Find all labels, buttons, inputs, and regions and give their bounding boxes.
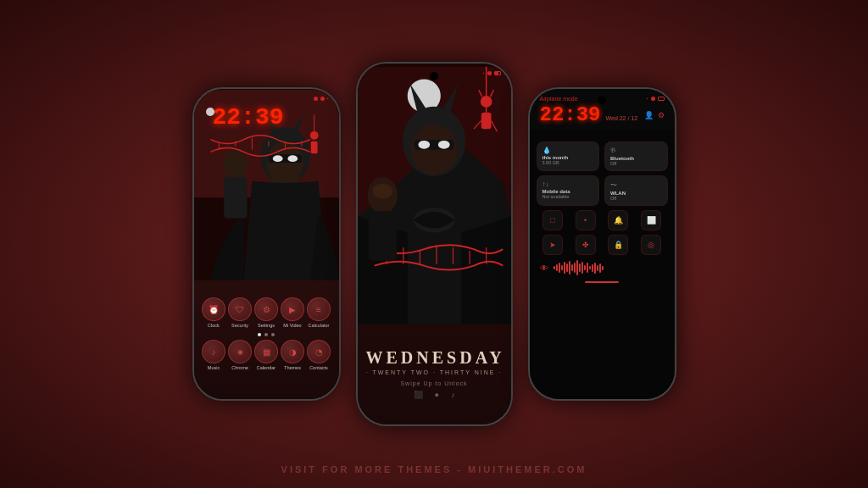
right-phone-screen: ▪ Airplane mode 22:39 Wed 22 / 12 👤 ⚙ — [530, 89, 675, 399]
qs-icon-bell[interactable]: 🔔 — [608, 210, 628, 230]
svg-point-8 — [287, 155, 298, 162]
qs-tile-bluetooth[interactable]: 𝔅 Bluetooth Off — [604, 141, 668, 171]
settings-app-icon[interactable]: ⚙ — [254, 297, 278, 321]
qs-icon-row-2: ➤ ✤ 🔒 ◎ — [537, 235, 668, 255]
app-row-1: ⏰ Clock 🛡 Security ⚙ Settings ▶ Mi Video — [201, 297, 332, 328]
waveform-bar-20 — [602, 266, 604, 270]
waveform-bar-2 — [556, 264, 558, 271]
center-batman-art — [358, 64, 511, 327]
qs-icon-expand[interactable]: ⬜ — [641, 210, 661, 230]
left-phone: ▪ 22:39 ⏰ Clock 🛡 Security — [192, 87, 341, 401]
app-calculator[interactable]: ≡ Calculator — [306, 297, 331, 328]
center-status-icons: ▪ — [483, 70, 501, 75]
wlan-icon: 〜 — [610, 180, 662, 190]
page-dots — [201, 333, 332, 336]
qs-icon-brightness[interactable]: ✤ — [576, 235, 596, 255]
themes-app-icon[interactable]: ◑ — [281, 340, 304, 363]
waveform-bar-11 — [579, 263, 581, 272]
calculator-app-label: Calculator — [309, 323, 330, 328]
qs-icon-row-1: □ • 🔔 ⬜ — [537, 210, 668, 230]
right-time-date-group: 22:39 Wed 22 / 12 — [540, 103, 638, 126]
svg-point-29 — [418, 141, 430, 149]
svg-rect-47 — [368, 211, 396, 261]
app-grid: ⏰ Clock 🛡 Security ⚙ Settings ▶ Mi Video — [194, 297, 339, 375]
battery-icon — [320, 97, 325, 101]
waveform-bar-8 — [571, 264, 573, 271]
voice-eye-icon[interactable]: 👁 — [540, 263, 548, 273]
svg-rect-41 — [481, 113, 491, 130]
center-swipe-text: Swipe Up to Unlock — [366, 380, 503, 386]
waveform-bar-14 — [587, 263, 588, 273]
waveform-bar-4 — [561, 265, 563, 270]
waveform-bar-9 — [574, 263, 576, 273]
chrome-app-icon[interactable]: ◉ — [228, 340, 252, 363]
center-sim-icon: ▪ — [483, 70, 485, 75]
chrome-app-label: Chrome — [231, 365, 248, 370]
mivideo-app-icon[interactable]: ▶ — [281, 297, 304, 321]
center-subtitle-text: · TWENTY TWO · THIRTY NINE · — [366, 369, 503, 375]
qs-icon-lock[interactable]: 🔒 — [608, 235, 628, 255]
app-mivideo[interactable]: ▶ Mi Video — [280, 297, 305, 328]
qs-row-1: 💧 this month 3.90 GB 𝔅 Bluetooth Off — [537, 141, 668, 171]
right-status-icons: ▪ — [647, 96, 665, 101]
music-app-label: Music — [208, 365, 220, 370]
security-app-icon[interactable]: 🛡 — [228, 297, 252, 321]
camera-icon[interactable]: ⬛ — [414, 391, 423, 399]
svg-point-10 — [223, 149, 248, 179]
contacts-app-icon[interactable]: ◔ — [307, 340, 331, 363]
mivideo-app-label: Mi Video — [283, 323, 301, 328]
clock-app-icon[interactable]: ⏰ — [202, 297, 225, 321]
wifi-icon: ▪ — [327, 96, 329, 101]
bluetooth-tile-value: Off — [610, 161, 662, 166]
app-security[interactable]: 🛡 Security — [227, 297, 253, 328]
center-phone: ▪ WEDNESDAY · TWENTY TWO · THIRTY NINE ·… — [356, 62, 513, 426]
clock-app-label: Clock — [208, 323, 220, 328]
app-chrome[interactable]: ◉ Chrome — [227, 340, 253, 370]
music-icon[interactable]: ♪ — [451, 391, 455, 399]
app-themes[interactable]: ◑ Themes — [280, 340, 305, 370]
waveform-bar-10 — [576, 260, 578, 275]
right-time-text: 22:39 — [540, 103, 601, 126]
svg-rect-11 — [224, 177, 247, 219]
qs-icon-send[interactable]: ➤ — [542, 235, 563, 255]
waveform-bar-19 — [599, 263, 601, 273]
right-date-text: Wed 22 / 12 — [606, 115, 638, 121]
waveform-bar-3 — [559, 263, 560, 273]
app-contacts[interactable]: ◔ Contacts — [306, 340, 331, 370]
dot-3 — [271, 333, 275, 336]
bluetooth-icon: 𝔅 — [610, 147, 662, 155]
waveform-bar-5 — [564, 262, 565, 274]
app-calendar[interactable]: ▦ Calendar — [253, 340, 279, 370]
right-wifi-icon — [651, 97, 655, 101]
waveform-bar-7 — [569, 261, 570, 274]
app-clock[interactable]: ⏰ Clock — [201, 297, 226, 328]
waveform-bar-13 — [584, 265, 586, 270]
left-phone-screen: ▪ 22:39 ⏰ Clock 🛡 Security — [194, 89, 339, 399]
qs-icon-camera[interactable]: • — [576, 210, 596, 230]
calendar-app-icon[interactable]: ▦ — [254, 340, 278, 363]
qs-row-2: ↑↓ Mobile data Not available 〜 WLAN Off — [537, 175, 668, 206]
data-tile-value: 3.90 GB — [542, 160, 594, 165]
dot-2 — [264, 333, 268, 336]
qs-tile-data[interactable]: 💧 this month 3.90 GB — [537, 141, 600, 171]
svg-point-7 — [272, 155, 282, 162]
person-icon: 👤 — [644, 111, 654, 119]
left-time-text: 22:39 — [213, 104, 284, 130]
svg-point-48 — [372, 184, 392, 199]
right-battery-icon — [658, 97, 665, 101]
settings-app-label: Settings — [258, 323, 275, 328]
home-icon[interactable]: ● — [435, 391, 439, 399]
app-music[interactable]: ♪ Music — [201, 340, 226, 370]
waveform-bar-6 — [566, 263, 568, 272]
mobile-tile-value: Not available — [542, 194, 594, 199]
right-phone: ▪ Airplane mode 22:39 Wed 22 / 12 👤 ⚙ — [528, 87, 676, 401]
calculator-app-icon[interactable]: ≡ — [307, 297, 331, 321]
qs-tile-mobile[interactable]: ↑↓ Mobile data Not available — [537, 175, 600, 206]
contacts-app-label: Contacts — [309, 365, 328, 370]
qs-icon-screen[interactable]: □ — [542, 210, 563, 230]
svg-rect-20 — [310, 141, 317, 154]
app-settings[interactable]: ⚙ Settings — [253, 297, 279, 328]
qs-icon-location[interactable]: ◎ — [641, 235, 661, 255]
qs-tile-wlan[interactable]: 〜 WLAN Off — [604, 175, 668, 206]
music-app-icon[interactable]: ♪ — [202, 340, 225, 363]
